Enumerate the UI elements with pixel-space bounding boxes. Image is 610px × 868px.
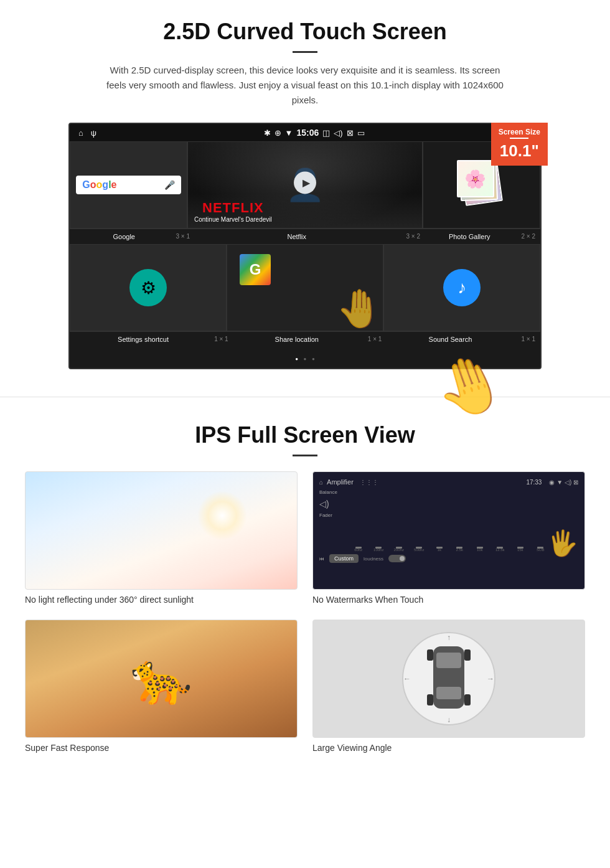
screen-size-badge: Screen Size 10.1": [491, 123, 548, 166]
amp-main: Balance ◁) Fader 60hz: [319, 489, 578, 552]
app-row-1: Google 🎤 👤 ▶: [70, 141, 540, 229]
music-icon: ♪: [443, 269, 481, 306]
feature-grid: No light reflecting under 360° direct su…: [25, 471, 585, 753]
netflix-info: NETFLIX Continue Marvel's Daredevil: [194, 201, 272, 223]
no-watermarks-label: No Watermarks When Touch: [312, 595, 585, 605]
feature-fast-response: 🐆 Super Fast Response: [25, 620, 298, 753]
camera-icon: ◫: [322, 128, 330, 138]
sun-glow: [197, 491, 247, 540]
eq-band-8: 12.5k: [491, 547, 510, 552]
app-cell-music[interactable]: ♪: [383, 244, 540, 331]
feature-no-watermarks: ⌂ Amplifier ⋮⋮⋮ 17:33 ◉ ▼ ◁) ⊠ Balance ◁…: [312, 471, 585, 605]
settings-dim: 1 × 1: [214, 336, 228, 342]
app-labels-row-2: Settings shortcut 1 × 1 Share location 1…: [70, 331, 540, 347]
music-label: Sound Search 1 × 1: [382, 336, 535, 343]
eq-band-4: 500hz: [410, 547, 429, 552]
car-body-wrapper: [424, 640, 474, 717]
x-box-icon: ⊠: [347, 128, 354, 138]
app-cell-share[interactable]: G 🤚: [227, 244, 383, 331]
eq-band-6: 2.5k: [451, 547, 469, 552]
sky-image: [25, 471, 298, 590]
badge-divider: [510, 138, 528, 139]
eq-band-5: 1k: [430, 547, 449, 552]
amp-icon2: ⋮⋮⋮: [360, 479, 378, 486]
app-cell-google[interactable]: Google 🎤: [70, 141, 187, 229]
section1-divider: [293, 51, 317, 53]
netflix-logo: NETFLIX: [194, 201, 272, 215]
share-content: G 🤚: [227, 244, 383, 331]
angle-arrow-top: ↑: [447, 633, 451, 642]
section2-title: IPS Full Screen View: [25, 422, 585, 448]
amp-loudness-label: loudness: [364, 556, 383, 562]
music-content: ♪: [383, 244, 540, 331]
app-cell-settings[interactable]: ⚙: [70, 244, 227, 331]
gallery-stack: 🌸: [457, 160, 507, 210]
amp-time: 17:33: [526, 479, 542, 486]
settings-content: ⚙: [70, 244, 227, 331]
settings-icon: ⚙: [129, 269, 167, 306]
home-icon[interactable]: ⌂: [78, 128, 83, 138]
amp-status-icons: ◉ ▼ ◁) ⊠: [549, 479, 578, 486]
car-top-view: ↑ ↓ ← →: [402, 632, 495, 725]
share-label: Share location 1 × 1: [228, 336, 382, 343]
google-label: Google 3 × 1: [75, 233, 190, 240]
share-dim: 1 × 1: [368, 336, 382, 342]
toggle-knob: [400, 556, 405, 561]
angle-arrow-right: →: [487, 674, 494, 683]
app-cell-netflix[interactable]: 👤 ▶ NETFLIX Continue Marvel's Daredevil: [187, 141, 423, 229]
wide-angle-label: Large Viewing Angle: [312, 743, 585, 753]
wifi-icon: ▼: [285, 128, 293, 138]
netflix-subtitle: Continue Marvel's Daredevil: [194, 216, 272, 223]
pagination-dots: ● ● ●: [70, 347, 540, 368]
eq-band-9: 15k: [511, 547, 530, 552]
car-image: ↑ ↓ ← →: [312, 620, 585, 738]
angle-arrow-left: ←: [403, 674, 411, 683]
app-row-2: ⚙ G 🤚 ♪: [70, 244, 540, 331]
eq-band-1: 60hz: [349, 547, 368, 552]
svg-rect-1: [436, 653, 461, 668]
amp-footer: ⏮ Custom loudness: [319, 554, 406, 563]
gallery-dim: 2 × 2: [521, 233, 535, 240]
badge-title: Screen Size: [499, 128, 540, 136]
status-time: 15:06: [296, 128, 319, 138]
app-labels-row-1: Google 3 × 1 Netflix 3 × 2 Photo Gallery…: [70, 229, 540, 244]
no-reflect-label: No light reflecting under 360° direct su…: [25, 595, 298, 605]
fast-response-label: Super Fast Response: [25, 743, 298, 753]
google-logo: Google: [82, 179, 116, 191]
usb-icon: ψ: [91, 128, 96, 138]
netflix-content: 👤 ▶ NETFLIX Continue Marvel's Daredevil: [187, 141, 423, 229]
screen-wrapper: Screen Size 10.1" ⌂ ψ ✱ ⊕ ▼ 15:06 ◫ ◁) ⊠: [68, 123, 542, 369]
window-icon: ▭: [357, 128, 365, 138]
netflix-label: Netflix 3 × 2: [190, 233, 420, 240]
amp-header: ⌂ Amplifier ⋮⋮⋮ 17:33 ◉ ▼ ◁) ⊠: [319, 478, 578, 486]
volume-icon: ◁): [334, 128, 342, 138]
mic-icon: 🎤: [164, 180, 175, 190]
status-left: ⌂ ψ: [78, 128, 96, 138]
gallery-img-3: 🌸: [457, 160, 494, 197]
hand-icon: 🤚: [336, 286, 383, 331]
svg-rect-5: [427, 694, 433, 705]
music-dim: 1 × 1: [521, 336, 535, 342]
netflix-play-btn[interactable]: ▶: [294, 171, 316, 194]
svg-rect-6: [464, 694, 471, 705]
flower-icon: 🌸: [464, 169, 486, 189]
eq-thumb-1: [355, 547, 362, 549]
maps-icon: G: [240, 254, 271, 285]
badge-size: 10.1": [500, 141, 539, 160]
status-center: ✱ ⊕ ▼ 15:06 ◫ ◁) ⊠ ▭: [264, 128, 365, 138]
eq-band-7: 10k: [471, 547, 489, 552]
section-touch-screen: 2.5D Curved Touch Screen With 2.5D curve…: [0, 0, 610, 384]
loudness-toggle[interactable]: [388, 555, 406, 562]
google-dim: 3 × 1: [176, 233, 190, 240]
settings-label: Settings shortcut 1 × 1: [75, 336, 228, 343]
cheetah-icon: 🐆: [130, 649, 192, 708]
amp-title: Amplifier: [327, 478, 354, 486]
amp-custom-btn[interactable]: Custom: [329, 554, 359, 563]
svg-rect-3: [427, 649, 433, 661]
section-ips: IPS Full Screen View No light reflecting…: [0, 410, 610, 771]
section2-divider: [293, 455, 317, 456]
amp-home-icon: ⌂: [319, 479, 323, 486]
google-search-bar[interactable]: Google 🎤: [76, 176, 181, 194]
svg-rect-2: [436, 687, 461, 699]
gear-icon: ⚙: [141, 278, 156, 298]
